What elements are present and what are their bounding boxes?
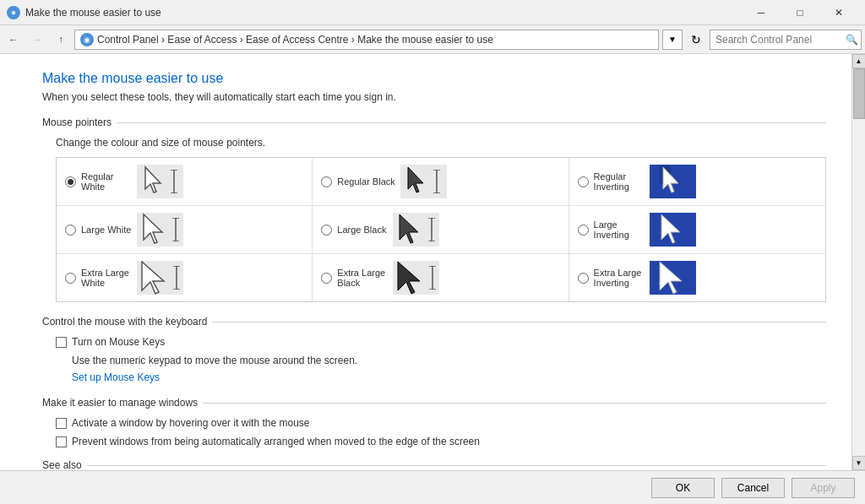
- cancel-button[interactable]: Cancel: [721, 478, 785, 498]
- cursor-svg-large-white: [140, 213, 169, 247]
- pointer-row-large: Large White Large: [57, 206, 825, 254]
- hover-activate-label: Activate a window by hovering over it wi…: [72, 417, 309, 429]
- pointer-row-extra-large: Extra LargeWhite E: [57, 254, 825, 301]
- svg-marker-4: [408, 167, 423, 192]
- mouse-keys-description: Use the numeric keypad to move the mouse…: [72, 355, 826, 366]
- mouse-pointers-header-text: Mouse pointers: [42, 117, 117, 128]
- pointer-grid: RegularWhite Regul: [56, 157, 826, 302]
- pointer-row-regular: RegularWhite Regul: [57, 158, 825, 206]
- cursor-svg-regular-black: [405, 165, 430, 198]
- cursor-preview-regular-white: [137, 165, 183, 198]
- scroll-down-button[interactable]: ▼: [852, 456, 866, 470]
- radio-regular-white[interactable]: [65, 176, 76, 187]
- svg-marker-24: [398, 262, 420, 294]
- cursor-svg-regular-white: [142, 165, 167, 198]
- mouse-keys-label: Turn on Mouse Keys: [72, 336, 165, 348]
- cursor-text-svg: [169, 170, 179, 193]
- scrollbar[interactable]: ▲ ▼: [851, 54, 865, 470]
- svg-marker-15: [400, 214, 418, 243]
- radio-large-black[interactable]: [321, 225, 332, 236]
- manage-windows-header-text: Make it easier to manage windows: [42, 397, 203, 409]
- prevent-arrange-checkbox[interactable]: [56, 436, 67, 447]
- cursor-preview-xl-inverting: [650, 261, 696, 295]
- radio-xl-white[interactable]: [65, 273, 76, 284]
- radio-xl-black[interactable]: [321, 273, 332, 284]
- minimize-button[interactable]: ─: [742, 0, 781, 25]
- setup-mouse-keys-link[interactable]: Set up Mouse Keys: [72, 371, 826, 383]
- cursor-text-svg-black: [432, 170, 442, 193]
- cursor-preview-xl-black: [393, 261, 439, 295]
- cursor-svg-regular-inverting: [660, 165, 685, 198]
- search-input[interactable]: [715, 34, 842, 46]
- see-also-header-text: See also: [42, 459, 87, 470]
- mouse-pointers-header-line: [117, 122, 826, 123]
- pointer-cell-xl-black[interactable]: Extra LargeBlack: [313, 254, 569, 301]
- address-bar: ← → ↑ ◉ Control Panel › Ease of Access ›…: [0, 25, 865, 54]
- see-also-header-line: [87, 465, 826, 466]
- cursor-preview-regular-black: [400, 165, 447, 198]
- mouse-keys-checkbox-item: Turn on Mouse Keys: [56, 336, 826, 348]
- address-field[interactable]: ◉ Control Panel › Ease of Access › Ease …: [74, 30, 659, 50]
- ok-button[interactable]: OK: [651, 478, 715, 498]
- radio-regular-black[interactable]: [321, 176, 332, 187]
- cursor-text-svg-lw: [171, 218, 181, 241]
- back-button[interactable]: ←: [3, 30, 24, 50]
- label-xl-black: Extra LargeBlack: [337, 268, 388, 288]
- apply-button[interactable]: Apply: [792, 478, 855, 498]
- forward-button[interactable]: →: [27, 30, 47, 50]
- cursor-svg-xl-black: [394, 261, 427, 295]
- window-controls: ─ □ ✕: [742, 0, 858, 25]
- window-title: Make the mouse easier to use: [25, 7, 161, 19]
- app-icon: ●: [7, 6, 20, 19]
- refresh-button[interactable]: ↻: [686, 30, 706, 50]
- main-area: Make the mouse easier to use When you se…: [0, 54, 865, 470]
- search-box[interactable]: 🔍: [710, 30, 862, 50]
- radio-xl-inverting[interactable]: [578, 273, 589, 284]
- button-bar: OK Cancel Apply: [0, 470, 865, 504]
- cursor-text-svg-lb: [427, 218, 437, 241]
- pointer-description: Change the colour and size of mouse poin…: [56, 137, 826, 149]
- scroll-thumb[interactable]: [853, 68, 865, 119]
- pointer-cell-large-inverting[interactable]: LargeInverting: [569, 206, 825, 253]
- title-bar: ● Make the mouse easier to use ─ □ ✕: [0, 0, 865, 25]
- label-xl-inverting: Extra LargeInverting: [594, 268, 645, 288]
- pointer-cell-large-white[interactable]: Large White: [57, 206, 313, 253]
- cursor-svg-xl-white: [139, 261, 171, 295]
- mouse-keyboard-section-header: Control the mouse with the keyboard: [42, 316, 826, 328]
- cursor-text-svg-xlb: [427, 266, 438, 290]
- pointer-cell-xl-white[interactable]: Extra LargeWhite: [57, 254, 313, 301]
- mouse-keys-checkbox[interactable]: [56, 337, 67, 348]
- svg-marker-28: [660, 262, 682, 294]
- cursor-preview-large-black: [393, 213, 439, 247]
- page-title: Make the mouse easier to use: [42, 71, 826, 86]
- radio-large-inverting[interactable]: [578, 225, 589, 236]
- see-also-section-header: See also: [42, 459, 826, 470]
- pointer-cell-regular-inverting[interactable]: RegularInverting: [569, 158, 825, 205]
- label-regular-white: RegularWhite: [81, 171, 132, 192]
- pointer-cell-xl-inverting[interactable]: Extra LargeInverting: [569, 254, 825, 301]
- address-dropdown[interactable]: ▼: [662, 30, 683, 50]
- prevent-arrange-label: Prevent windows from being automatically…: [72, 436, 480, 447]
- search-icon: 🔍: [846, 34, 858, 46]
- label-large-white: Large White: [81, 225, 132, 235]
- scroll-up-button[interactable]: ▲: [852, 54, 866, 68]
- maximize-button[interactable]: □: [781, 0, 819, 25]
- content-panel: Make the mouse easier to use When you se…: [0, 54, 851, 470]
- close-button[interactable]: ✕: [819, 0, 858, 25]
- pointer-cell-regular-white[interactable]: RegularWhite: [57, 158, 313, 205]
- svg-marker-0: [145, 167, 160, 192]
- cursor-preview-regular-inverting: [650, 165, 696, 198]
- mouse-keyboard-header-line: [212, 322, 826, 322]
- up-button[interactable]: ↑: [51, 30, 71, 50]
- radio-large-white[interactable]: [65, 225, 76, 236]
- cursor-svg-large-inverting: [658, 213, 687, 247]
- label-xl-white: Extra LargeWhite: [81, 268, 132, 288]
- hover-activate-checkbox[interactable]: [56, 418, 67, 429]
- globe-icon: ◉: [80, 33, 94, 46]
- pointer-cell-regular-black[interactable]: Regular Black: [313, 158, 569, 205]
- cursor-preview-large-white: [137, 213, 183, 247]
- scroll-track: [852, 68, 865, 456]
- radio-regular-inverting[interactable]: [578, 176, 589, 187]
- pointer-cell-large-black[interactable]: Large Black: [313, 206, 569, 253]
- page-subtitle: When you select these tools, they will a…: [42, 91, 826, 103]
